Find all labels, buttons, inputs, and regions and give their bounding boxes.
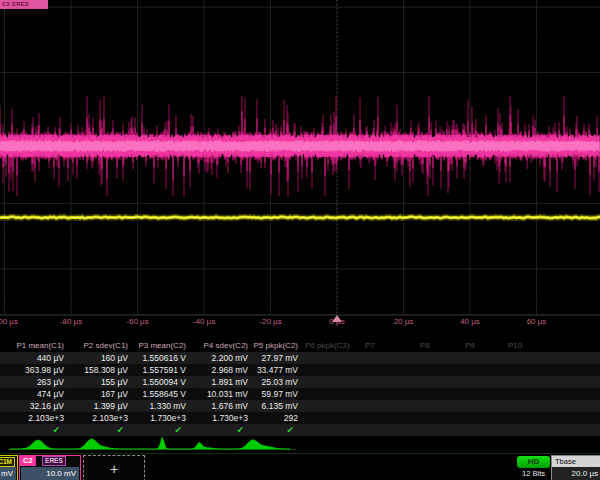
measurement-value: 10.031 mV	[207, 388, 248, 400]
measurement-value: 1.891 mV	[212, 376, 248, 388]
param-header[interactable]: P2 sdev(C1)	[84, 341, 128, 350]
measurement-value: 1.399 µV	[94, 400, 128, 412]
x-tick-label: 60 µs	[527, 317, 547, 326]
timebase-value: 20.0 µs	[572, 469, 598, 478]
measurement-value: 1.330 mV	[150, 400, 186, 412]
param-header[interactable]: P1 mean(C1)	[16, 341, 64, 350]
oscilloscope-screen: C2 ERES -100 µs-80 µs-60 µs-40 µs-20 µs0…	[0, 0, 600, 480]
param-header-disabled[interactable]: P8	[420, 341, 430, 350]
add-trace-button[interactable]: +	[83, 455, 145, 480]
status-check-icon: ✔	[174, 424, 182, 436]
param-header-disabled[interactable]: P10	[508, 341, 522, 350]
status-check-icon: ✔	[116, 424, 124, 436]
measurement-value: 1.550616 V	[143, 352, 186, 364]
histicon[interactable]	[122, 437, 178, 449]
histicon[interactable]	[178, 443, 234, 450]
timebase-descriptor[interactable]: Tbase 20.0 µs	[551, 455, 600, 480]
c2-volts-per-div: 10.0 mV	[21, 467, 79, 480]
x-tick-label: -100 µs	[0, 317, 18, 326]
measurement-value: 25.03 mV	[262, 376, 298, 388]
x-tick-label: -40 µs	[193, 317, 215, 326]
c1-trace	[0, 217, 600, 218]
table-row-stripe	[0, 412, 600, 424]
table-row-stripe	[0, 388, 600, 400]
param-header-disabled[interactable]: P6 pkpk(C3)	[305, 341, 349, 350]
measurement-value: 263 µV	[37, 376, 64, 388]
c2-label: C2	[20, 456, 36, 466]
trace-annotation-tag: C2 ERES	[0, 0, 48, 9]
measurement-value: 2.200 mV	[212, 352, 248, 364]
measurement-value: 292	[284, 412, 298, 424]
c1-volts-per-div: 20.0 mV	[0, 467, 16, 480]
measurement-value: 1.676 mV	[212, 400, 248, 412]
param-header[interactable]: P3 mean(C2)	[138, 341, 186, 350]
measurement-value: 2.103e+3	[92, 412, 128, 424]
plus-icon: +	[110, 461, 118, 477]
measurement-value: 59.97 mV	[262, 388, 298, 400]
c1-coupling-badge: DC1M	[0, 457, 15, 467]
status-check-icon: ✔	[236, 424, 244, 436]
histicon[interactable]	[234, 440, 290, 449]
c2-eres-badge: ERES	[42, 456, 66, 466]
histicon[interactable]	[66, 439, 122, 449]
histicon[interactable]	[10, 440, 66, 449]
x-tick-label: 40 µs	[460, 317, 480, 326]
table-row-stripe	[0, 400, 600, 412]
measurement-value: 27.97 mV	[262, 352, 298, 364]
measurement-value: 2.968 mV	[212, 364, 248, 376]
c2-noise-trace	[0, 96, 599, 196]
measurement-value: 167 µV	[101, 388, 128, 400]
param-header-disabled[interactable]: P7	[365, 341, 375, 350]
measurement-value: 1.558645 V	[143, 388, 186, 400]
table-row-stripe	[0, 352, 600, 364]
measurement-value: 2.103e+3	[28, 412, 64, 424]
table-row-stripe	[0, 424, 600, 436]
timebase-title: Tbase	[552, 456, 600, 467]
measurement-value: 33.477 mV	[257, 364, 298, 376]
measurement-value: 1.730e+3	[212, 412, 248, 424]
measurement-value: 32.16 µV	[30, 400, 64, 412]
separator-line	[0, 453, 600, 454]
table-row-stripe	[0, 376, 600, 388]
param-header[interactable]: P4 sdev(C2)	[204, 341, 248, 350]
measurement-value: 160 µV	[101, 352, 128, 364]
waveform-grid	[0, 0, 600, 316]
measurement-value: 363.98 µV	[25, 364, 64, 376]
x-tick-label: -20 µs	[259, 317, 281, 326]
param-header[interactable]: P5 pkpk(C2)	[254, 341, 298, 350]
status-check-icon: ✔	[286, 424, 294, 436]
param-header-disabled[interactable]: P9	[465, 341, 475, 350]
measurement-value: 440 µV	[37, 352, 64, 364]
measurement-value: 1.550094 V	[143, 376, 186, 388]
x-tick-label: -80 µs	[60, 317, 82, 326]
status-check-icon: ✔	[52, 424, 60, 436]
measurement-value: 6.135 mV	[262, 400, 298, 412]
x-tick-label: -60 µs	[126, 317, 148, 326]
measurement-value: 1.730e+3	[150, 412, 186, 424]
hd-mode-badge: HD	[517, 456, 550, 468]
measurement-value: 155 µV	[101, 376, 128, 388]
hd-bits-label: 12 Bits	[515, 469, 552, 478]
x-tick-label: 20 µs	[394, 317, 414, 326]
measurement-value: 1.557591 V	[143, 364, 186, 376]
channel-c1-descriptor[interactable]: C1 DC1M 20.0 mV	[0, 455, 18, 480]
measurement-value: 158.308 µV	[84, 364, 128, 376]
trigger-position-marker[interactable]	[332, 315, 342, 322]
channel-c2-descriptor[interactable]: C2 ERES DC1M 10.0 mV	[19, 455, 81, 480]
measurement-value: 474 µV	[37, 388, 64, 400]
